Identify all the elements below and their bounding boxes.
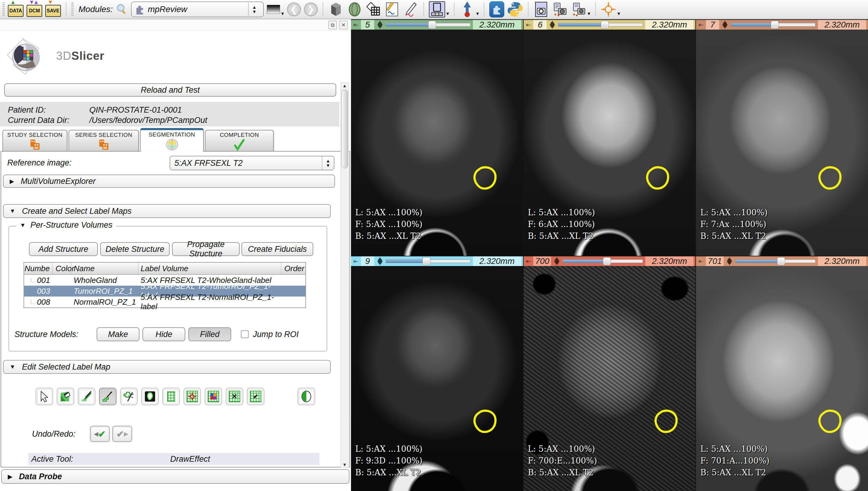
draw-tool-button[interactable] bbox=[99, 388, 117, 405]
slice-view-9[interactable]: L: 5:AX ...100%)F: 9:3D ...100%)B: 5:AX … bbox=[351, 266, 523, 491]
layout-dropdown-icon[interactable]: ▾ bbox=[446, 10, 449, 17]
slider-handle[interactable] bbox=[771, 21, 779, 29]
slice-offset-slider[interactable] bbox=[563, 257, 643, 265]
view-fiducial-icon[interactable] bbox=[377, 257, 383, 265]
pin-icon[interactable]: ⇤ bbox=[353, 22, 359, 28]
reference-combo-spin[interactable]: ▲▼ bbox=[322, 156, 334, 170]
scrollbar-thumb[interactable] bbox=[341, 90, 348, 168]
transforms-icon[interactable] bbox=[366, 1, 381, 17]
reload-and-test-button[interactable]: Reload and Test bbox=[4, 83, 336, 97]
load-data-button[interactable]: ▲ DATA bbox=[8, 5, 24, 17]
redo-button[interactable]: ✔ ▶ bbox=[112, 426, 132, 442]
fiducial-dropdown-icon[interactable]: ▾ bbox=[476, 10, 479, 17]
hide-models-button[interactable]: Hide bbox=[143, 327, 185, 341]
slider-handle[interactable] bbox=[603, 257, 611, 265]
undo-button[interactable]: ◀ ✔ bbox=[90, 426, 110, 442]
view-label-700[interactable]: 700 bbox=[533, 256, 551, 266]
jump-to-roi-checkbox[interactable] bbox=[241, 330, 249, 338]
slice-offset-slider[interactable] bbox=[386, 257, 470, 265]
save-button[interactable]: ▼ SAVE bbox=[45, 5, 61, 17]
tab-study-selection[interactable]: STUDY SELECTION bbox=[2, 130, 67, 151]
data-probe-section[interactable]: ▶ Data Probe bbox=[1, 469, 349, 484]
crosshair-dropdown-icon[interactable]: ▾ bbox=[618, 10, 620, 17]
module-combo-spin[interactable]: ▲▼ bbox=[248, 3, 260, 16]
view-label-5[interactable]: 5 bbox=[361, 20, 374, 30]
pin-icon[interactable]: ⇤ bbox=[526, 258, 531, 264]
load-dicom-button[interactable]: ▼▲ DCM bbox=[27, 5, 42, 17]
view-fiducial-icon[interactable] bbox=[726, 257, 733, 265]
identify-islands-button[interactable] bbox=[141, 388, 159, 405]
view-fiducial-icon[interactable] bbox=[377, 21, 383, 29]
multivolume-explorer-section[interactable]: ▶ MultiVolumeExplorer bbox=[3, 175, 335, 188]
reference-image-combobox[interactable]: 5:AX FRFSEXL T2 ▲▼ bbox=[169, 156, 334, 170]
volume-rendering-icon[interactable] bbox=[347, 1, 363, 17]
make-models-button[interactable]: Make bbox=[97, 327, 140, 341]
scene-view-restore-button[interactable] bbox=[571, 1, 586, 17]
toolbar-grip[interactable] bbox=[2, 2, 5, 16]
create-fiducials-button[interactable]: Create Fiducials bbox=[242, 242, 313, 256]
slice-offset-slider[interactable] bbox=[386, 21, 470, 29]
scroll-up-icon[interactable]: ▲ bbox=[341, 83, 349, 88]
toolbar-grip[interactable] bbox=[71, 2, 74, 16]
view-fiducial-icon[interactable] bbox=[554, 257, 560, 265]
slider-handle[interactable] bbox=[777, 257, 785, 265]
slider-handle[interactable] bbox=[428, 21, 436, 29]
view-label-7[interactable]: 7 bbox=[706, 20, 719, 30]
screenshot-button[interactable] bbox=[533, 1, 549, 17]
pin-icon[interactable]: ⇤ bbox=[699, 22, 704, 28]
pin-icon[interactable]: ⇤ bbox=[353, 258, 359, 264]
tab-segmentation[interactable]: SEGMENTATION bbox=[140, 128, 204, 152]
tab-series-selection[interactable]: SERIES SELECTION bbox=[68, 130, 139, 151]
crosshair-button[interactable] bbox=[600, 1, 616, 17]
erase-label-button[interactable] bbox=[57, 388, 74, 405]
pin-icon[interactable]: ⇤ bbox=[526, 22, 531, 28]
create-select-label-maps-section[interactable]: ▼ Create and Select Label Maps bbox=[3, 204, 331, 218]
module-history-icon[interactable] bbox=[267, 5, 280, 14]
delete-structure-button[interactable]: Delete Structure bbox=[100, 242, 169, 256]
python-console-icon[interactable] bbox=[507, 1, 523, 17]
propagate-structure-button[interactable]: Propagate Structure bbox=[172, 242, 240, 256]
view-label-6[interactable]: 6 bbox=[533, 20, 547, 30]
dropdown-icon[interactable]: ▾ bbox=[281, 10, 284, 17]
save-island-button[interactable] bbox=[205, 388, 222, 405]
remove-islands-button[interactable]: ✕ bbox=[226, 388, 243, 405]
slider-handle[interactable] bbox=[601, 21, 609, 29]
create-fiducial-button[interactable] bbox=[459, 1, 475, 17]
scene-view-dropdown-icon[interactable]: ▾ bbox=[588, 10, 590, 17]
panel-scrollbar[interactable]: ▲ ▼ bbox=[340, 82, 349, 468]
rectangle-tool-button[interactable] bbox=[162, 388, 180, 405]
paint-tool-button[interactable] bbox=[78, 388, 95, 405]
slice-view-5[interactable]: L: 5:AX ...100%)F: 5:AX ...100%)B: 5:AX … bbox=[351, 30, 523, 256]
add-structure-button[interactable]: Add Structure bbox=[29, 242, 98, 256]
slice-view-7[interactable]: L: 5:AX ...100%)F: 7:Ax ...100%)B: 5:AX … bbox=[696, 30, 868, 256]
slice-offset-slider[interactable] bbox=[731, 21, 815, 29]
slice-offset-slider[interactable] bbox=[735, 257, 815, 265]
grow-cut-button[interactable]: ✔ bbox=[247, 388, 265, 405]
slider-handle[interactable] bbox=[423, 257, 430, 265]
view-fiducial-icon[interactable] bbox=[722, 21, 728, 29]
scene-view-button[interactable] bbox=[552, 1, 568, 17]
pin-icon[interactable]: ⇤ bbox=[699, 258, 704, 264]
filled-models-toggle[interactable]: Filled bbox=[188, 327, 231, 341]
view-label-9[interactable]: 9 bbox=[361, 256, 374, 266]
module-forward-button[interactable]: ❯ bbox=[304, 2, 318, 16]
table-row[interactable]: 008 NormalROI_PZ_1 5:AX FRFSEXL T2-Norma… bbox=[24, 296, 305, 308]
module-search-icon[interactable] bbox=[116, 3, 128, 16]
slice-view-6[interactable]: L: 5:AX ...100%)F: 6:AX ...100%)B: 5:AX … bbox=[524, 30, 696, 256]
edit-selected-label-map-section[interactable]: ▼ Edit Selected Label Map bbox=[3, 360, 331, 374]
tab-completion[interactable]: COMPLETION bbox=[205, 130, 274, 151]
annotations-icon[interactable] bbox=[384, 1, 400, 17]
module-selector-combobox[interactable]: mpReview ▲▼ bbox=[131, 1, 264, 17]
slice-view-701[interactable]: L: 5:AX ...100%)F: 701:A...100%)B: 5:AX … bbox=[696, 266, 868, 491]
level-tracing-button[interactable] bbox=[120, 388, 137, 405]
scroll-down-icon[interactable]: ▼ bbox=[341, 462, 349, 467]
view-fiducial-icon[interactable] bbox=[549, 21, 556, 29]
per-structure-volumes-legend[interactable]: ▼ Per-Structure Volumes bbox=[16, 221, 116, 230]
change-island-button[interactable] bbox=[184, 388, 201, 405]
close-panel-icon[interactable]: ✕ bbox=[339, 21, 348, 29]
slice-view-700[interactable]: L: 5:AX ...100%)F: 700:E...100%)B: 5:AX … bbox=[524, 266, 696, 491]
undock-panel-icon[interactable]: ⧉ bbox=[329, 21, 337, 29]
default-tool-button[interactable] bbox=[36, 388, 53, 405]
markups-pen-icon[interactable] bbox=[403, 1, 418, 17]
threshold-paint-button[interactable] bbox=[298, 388, 315, 405]
